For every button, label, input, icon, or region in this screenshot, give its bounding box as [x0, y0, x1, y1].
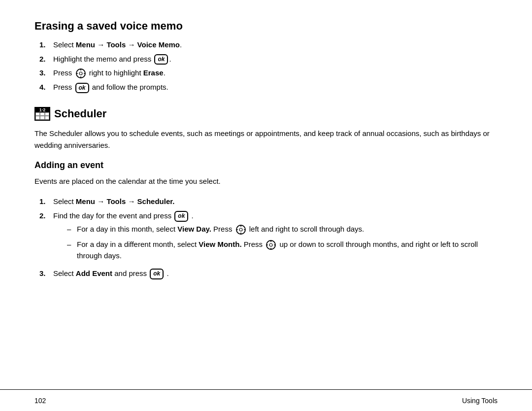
step-2: 2. Highlight the memo and press ok. [39, 54, 498, 65]
event-step-2: 2. Find the day for the event and press … [39, 210, 498, 265]
svg-point-13 [269, 243, 272, 246]
nav-icon-3 [266, 240, 276, 250]
erase-label: Erase [143, 68, 164, 77]
nav-icon-2 [235, 224, 246, 235]
erasing-steps-list: 1. Select Menu → Tools → Voice Memo. 2. … [39, 39, 498, 93]
step-3-num: 3. [39, 68, 53, 79]
ok-icon-3: ok [174, 211, 188, 222]
scheduler-section-title: Scheduler [54, 107, 106, 120]
adding-event-title: Adding an event [34, 160, 498, 171]
ok-icon-2: ok [75, 83, 89, 94]
tools-label-2: Tools [106, 197, 126, 206]
step-1-num: 1. [39, 39, 53, 51]
event-step-3-num: 3. [39, 268, 53, 279]
menu-label-2: Menu [76, 197, 95, 206]
page-number: 102 [34, 397, 46, 405]
add-event-label: Add Event [76, 269, 112, 277]
dash-1: – [67, 224, 77, 235]
step-4-num: 4. [39, 82, 53, 93]
sub-item-1: – For a day in this month, select View D… [67, 224, 498, 235]
dash-2: – [67, 239, 77, 250]
step-1: 1. Select Menu → Tools → Voice Memo. [39, 39, 498, 51]
section-name: Using Tools [462, 397, 498, 405]
nav-icon-1 [75, 68, 86, 79]
scheduler-intro: The Scheduler allows you to schedule eve… [34, 128, 498, 151]
step-2-num: 2. [39, 54, 53, 65]
page-content: Erasing a saved voice memo 1. Select Men… [0, 0, 532, 389]
view-month-label: View Month. [199, 240, 241, 248]
menu-label: Menu [76, 40, 95, 49]
tools-label: Tools [106, 40, 126, 49]
sub-item-2: – For a day in a different month, select… [67, 239, 498, 262]
event-step-2-content: Find the day for the event and press ok … [53, 210, 498, 265]
event-step-3-content: Select Add Event and press ok . [53, 268, 498, 279]
step-3: 3. Press right to highlight Erase. [39, 68, 498, 79]
ok-icon-4: ok [150, 269, 164, 279]
step-2-content: Highlight the memo and press ok. [53, 54, 498, 65]
step-4: 4. Press ok and follow the prompts. [39, 82, 498, 93]
event-step-1: 1. Select Menu → Tools → Scheduler. [39, 196, 498, 207]
event-step-2-num: 2. [39, 210, 53, 222]
step-4-content: Press ok and follow the prompts. [53, 82, 498, 93]
event-step-1-num: 1. [39, 196, 53, 207]
adding-event-subsection: Adding an event Events are placed on the… [34, 160, 498, 279]
event-step-2-sub-list: – For a day in this month, select View D… [67, 224, 498, 262]
svg-point-7 [239, 228, 242, 231]
event-step-3: 3. Select Add Event and press ok . [39, 268, 498, 279]
event-step-1-content: Select Menu → Tools → Scheduler. [53, 196, 498, 207]
voice-memo-label: Voice Memo [137, 40, 180, 49]
scheduler-title-wrapper: 1·2 Scheduler [34, 107, 498, 121]
page-footer: 102 Using Tools [0, 389, 532, 411]
step-1-content: Select Menu → Tools → Voice Memo. [53, 39, 498, 51]
view-day-label: View Day. [177, 225, 211, 233]
erasing-section-title: Erasing a saved voice memo [34, 20, 498, 33]
sub-item-1-content: For a day in this month, select View Day… [77, 224, 498, 235]
scheduler-section: 1·2 Scheduler The Scheduler allows you t… [34, 107, 498, 279]
adding-event-steps-list: 1. Select Menu → Tools → Scheduler. 2. F… [39, 196, 498, 279]
scheduler-label: Scheduler. [137, 197, 175, 206]
sub-item-2-content: For a day in a different month, select V… [77, 239, 498, 262]
ok-icon-1: ok [154, 54, 168, 65]
svg-point-1 [79, 72, 82, 75]
step-3-content: Press right to highlight Erase. [53, 68, 498, 79]
adding-event-intro: Events are placed on the calendar at the… [34, 175, 498, 187]
scheduler-icon: 1·2 [34, 107, 50, 121]
erasing-voice-memo-section: Erasing a saved voice memo 1. Select Men… [34, 20, 498, 93]
